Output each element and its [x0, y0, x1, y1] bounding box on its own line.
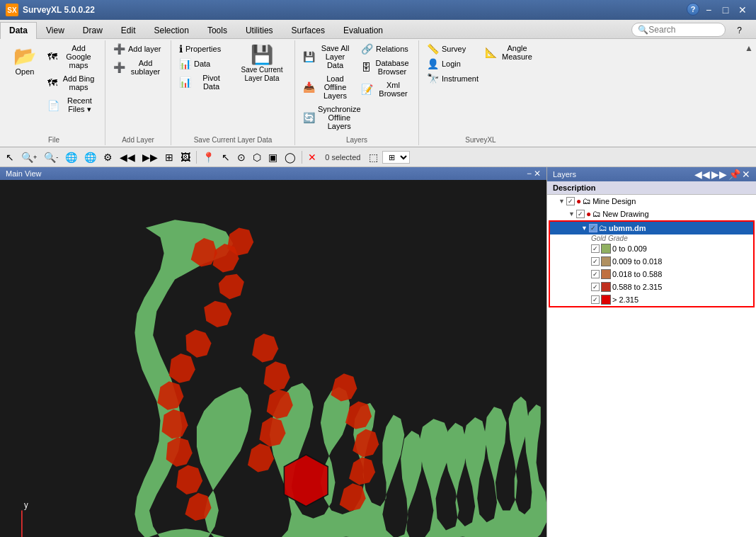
tab-draw[interactable]: Draw: [74, 22, 112, 39]
map-controls: − ✕: [527, 169, 541, 179]
map-close-btn[interactable]: ✕: [534, 169, 541, 179]
layers-pin-btn[interactable]: 📌: [728, 169, 740, 180]
tab-tools[interactable]: Tools: [198, 22, 236, 39]
ribbon: Data View Draw Edit Selection Tools Util…: [0, 20, 756, 147]
login-button[interactable]: 👤 Login: [423, 57, 480, 71]
tab-selection[interactable]: Selection: [145, 22, 198, 39]
layers-close-btn[interactable]: ✕: [742, 169, 750, 180]
ribbon-help-button[interactable]: ?: [728, 23, 750, 38]
toolbar-photo-btn[interactable]: 🖼: [178, 149, 193, 165]
relations-button[interactable]: 🔗 Relations: [357, 42, 414, 56]
toolbar-next-btn[interactable]: ▶▶: [139, 149, 161, 165]
properties-button[interactable]: ℹ Properties: [176, 42, 232, 56]
toolbar-rect-select[interactable]: ▣: [265, 149, 280, 165]
new-drawing-check[interactable]: [576, 210, 585, 218]
tree-item-range3[interactable]: 0.018 to 0.588: [550, 268, 753, 281]
data-icon: 📊: [179, 59, 191, 69]
tab-surfaces[interactable]: Surfaces: [282, 22, 334, 39]
toolbar-export-btn[interactable]: ⬚: [366, 149, 381, 165]
toolbar-sep2: [302, 151, 302, 164]
tree-item-range1[interactable]: 0 to 0.009: [550, 242, 753, 255]
restore-button[interactable]: □: [718, 3, 733, 17]
pivot-data-button[interactable]: 📊 Pivot Data: [176, 72, 232, 93]
range3-check[interactable]: [591, 270, 600, 278]
save-all-button[interactable]: 💾 Save All Layer Data: [299, 42, 356, 72]
xml-browser-icon: 📝: [361, 84, 373, 94]
layers-nav-prev[interactable]: ◀◀: [694, 169, 710, 180]
tree-item-ubmm[interactable]: ▼ 🗂 ubmm.dm: [550, 222, 753, 234]
toolbar-poly-select[interactable]: ⬡: [250, 149, 264, 165]
save-current-layer-button[interactable]: 💾 Save Current Layer Data: [234, 42, 290, 85]
mine-design-check[interactable]: [566, 197, 575, 205]
range3-swatch: [601, 269, 611, 279]
range2-check[interactable]: [591, 257, 600, 266]
add-layer-label: Add layer: [128, 45, 161, 53]
instrument-button[interactable]: 🔭 Instrument: [423, 72, 480, 86]
layers-nav-buttons: ◀◀ ▶▶ 📌 ✕: [694, 169, 750, 180]
toolbar-marker-btn[interactable]: 📍: [200, 149, 217, 165]
map-canvas[interactable]: y x 100m 100m: [0, 180, 546, 537]
toolbar-settings-btn[interactable]: ⚙: [101, 149, 115, 165]
add-layer-button[interactable]: ➕ Add layer: [110, 42, 166, 56]
toolbar-zoom-out-btn[interactable]: 🔍-: [41, 149, 61, 165]
survey-icon: 📏: [427, 44, 439, 54]
layers-title: Layers: [553, 170, 576, 179]
tab-edit[interactable]: Edit: [112, 22, 145, 39]
data-button[interactable]: 📊 Data: [176, 57, 232, 71]
tab-view[interactable]: View: [37, 22, 74, 39]
login-label: Login: [442, 60, 461, 68]
tree-item-range5[interactable]: > 2.315: [550, 293, 753, 306]
map-minimize-btn[interactable]: −: [527, 169, 532, 179]
search-input[interactable]: [648, 25, 719, 35]
close-button[interactable]: ✕: [735, 3, 750, 17]
layers-description-header: Description: [547, 181, 756, 195]
pivot-data-icon: 📊: [179, 77, 191, 87]
tab-data[interactable]: Data: [0, 22, 37, 39]
range5-check[interactable]: [591, 295, 600, 304]
add-bing-maps-button[interactable]: 🗺 Add Bing maps: [44, 72, 101, 94]
toolbar-prev-btn[interactable]: ◀◀: [117, 149, 138, 165]
help-button[interactable]: ?: [687, 3, 699, 16]
range4-check[interactable]: [591, 283, 600, 291]
tab-utilities[interactable]: Utilities: [236, 22, 282, 39]
layers-nav-next[interactable]: ▶▶: [711, 169, 727, 180]
tree-item-range2[interactable]: 0.009 to 0.018: [550, 255, 753, 268]
range4-swatch: [601, 282, 611, 292]
file-group-label: File: [3, 136, 105, 144]
search-box[interactable]: 🔍: [631, 23, 726, 37]
main-area: Main View − ✕: [0, 167, 756, 537]
toolbar-grid-btn[interactable]: ⊞: [162, 149, 176, 165]
open-button[interactable]: 📂 Open: [7, 42, 42, 79]
tree-item-new-drawing[interactable]: ▼ ● 🗂 New Drawing: [547, 208, 756, 220]
toolbar-select-btn[interactable]: ↖: [3, 149, 17, 165]
toolbar-select-arrow[interactable]: ↖: [219, 149, 233, 165]
load-offline-button[interactable]: 📥 Load Offline Layers: [299, 72, 356, 102]
add-sublayer-button[interactable]: ➕ Add sublayer: [110, 57, 166, 78]
ubmm-check[interactable]: [589, 224, 597, 232]
tab-evaluation[interactable]: Evaluation: [334, 22, 392, 39]
ribbon-group-save-layer: ℹ Properties 📊 Data 📊 Pivot Data 💾 Save …: [171, 40, 295, 145]
tree-item-range4[interactable]: 0.588 to 2.315: [550, 281, 753, 293]
toolbar-circ-select[interactable]: ◯: [282, 149, 299, 165]
minimize-button[interactable]: −: [701, 3, 716, 17]
properties-icon: ℹ: [179, 44, 183, 54]
toolbar-globe-btn1[interactable]: 🌐: [62, 149, 80, 165]
toolbar-globe-btn2[interactable]: 🌐: [81, 149, 99, 165]
angle-measure-button[interactable]: 📐 Angle Measure: [481, 42, 538, 63]
database-browser-button[interactable]: 🗄 Database Browser: [357, 57, 414, 78]
toolbar-lasso[interactable]: ⊙: [234, 149, 248, 165]
toolbar-zoom-in-btn[interactable]: 🔍+: [18, 149, 40, 165]
survey-button[interactable]: 📏 Survey: [423, 42, 480, 56]
sync-offline-button[interactable]: 🔄 Synchronize Offline Layers: [299, 103, 356, 132]
tree-item-mine-design[interactable]: ▼ ● 🗂 Mine Design: [547, 195, 756, 208]
toolbar-dropdown[interactable]: ⊞: [382, 151, 410, 164]
range1-check[interactable]: [591, 244, 600, 253]
layers-panel: Layers ◀◀ ▶▶ 📌 ✕ Description ▼ ● 🗂 Mine …: [546, 167, 756, 537]
toolbar-clear-btn[interactable]: ✕: [305, 149, 319, 165]
ribbon-collapse[interactable]: ▲: [745, 40, 753, 145]
add-google-maps-button[interactable]: 🗺 Add Google maps: [44, 42, 101, 72]
layers-tree[interactable]: ▼ ● 🗂 Mine Design ▼ ● 🗂 New Drawing ▼: [547, 195, 756, 537]
xml-browser-button[interactable]: 📝 Xml Browser: [357, 79, 414, 100]
recent-files-button[interactable]: 📄 Recent Files ▾: [44, 94, 101, 116]
instrument-icon: 🔭: [427, 74, 439, 84]
